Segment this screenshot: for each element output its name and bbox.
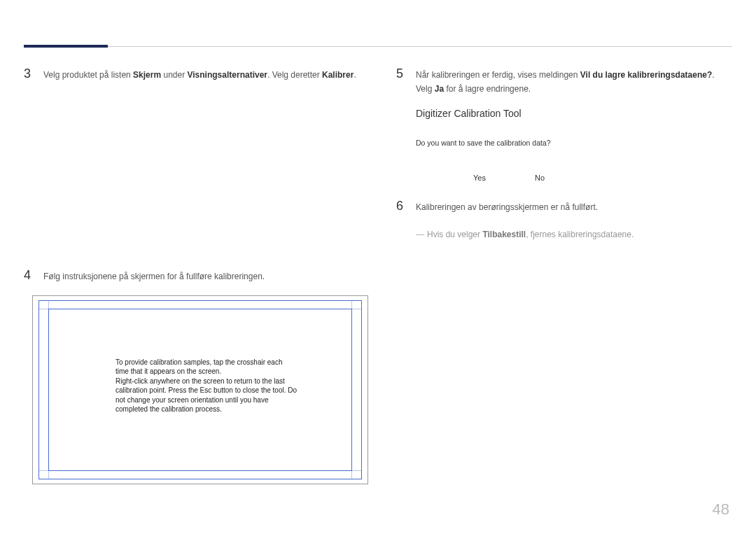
step-text: Velg produktet på listen Skjerm under Vi… xyxy=(43,66,356,82)
right-column: 5 Når kalibreringen er ferdig, vises mel… xyxy=(396,66,732,484)
bold: Skjerm xyxy=(133,70,161,80)
step-text: Kalibreringen av berøringsskjermen er nå… xyxy=(416,199,598,214)
step-5: 5 Når kalibreringen er ferdig, vises mel… xyxy=(396,66,732,97)
step-4: 4 Følg instruksjonene på skjermen for å … xyxy=(24,268,368,283)
header-divider xyxy=(24,46,732,47)
t: , fjernes kalibreringsdataene. xyxy=(526,230,634,239)
dialog-buttons: Yes No xyxy=(473,174,654,182)
note-dash-icon: ― xyxy=(416,228,424,241)
bold: Ja xyxy=(435,84,444,94)
t: Når kalibreringen er ferdig, vises meldi… xyxy=(416,70,580,80)
step-3: 3 Velg produktet på listen Skjerm under … xyxy=(24,66,368,82)
save-dialog: Digitizer Calibration Tool Do you want t… xyxy=(416,108,654,182)
calibration-screen-diagram: To provide calibration samples, tap the … xyxy=(32,295,368,484)
left-column: 3 Velg produktet på listen Skjerm under … xyxy=(24,66,368,484)
step-text: Følg instruksjonene på skjermen for å fu… xyxy=(43,268,265,283)
t: Velg produktet på listen xyxy=(43,70,133,80)
header-accent xyxy=(24,45,108,48)
footnote: ―Hvis du velger Tilbakestill, fjernes ka… xyxy=(416,228,732,241)
t: . xyxy=(354,70,356,80)
t: for å lagre endringene. xyxy=(444,84,531,94)
t: under xyxy=(161,70,187,80)
yes-button[interactable]: Yes xyxy=(473,174,486,182)
step-number: 6 xyxy=(396,199,405,214)
bold: Vil du lagre kalibreringsdataene? xyxy=(580,70,713,80)
step-text: Når kalibreringen er ferdig, vises meldi… xyxy=(416,66,732,97)
no-button[interactable]: No xyxy=(535,174,545,182)
columns: 3 Velg produktet på listen Skjerm under … xyxy=(24,66,732,484)
bold: Visningsalternativer xyxy=(187,70,267,80)
step-6: 6 Kalibreringen av berøringsskjermen er … xyxy=(396,199,732,214)
step-number: 4 xyxy=(24,268,32,283)
t: . Velg deretter xyxy=(267,70,322,80)
dialog-question: Do you want to save the calibration data… xyxy=(416,139,654,147)
bold: Kalibrer xyxy=(322,70,354,80)
step-number: 5 xyxy=(396,66,405,82)
t: Hvis du velger xyxy=(427,230,482,239)
page-number: 48 xyxy=(713,500,729,519)
bold: Tilbakestill xyxy=(482,230,526,239)
step-number: 3 xyxy=(24,66,32,82)
dialog-title: Digitizer Calibration Tool xyxy=(416,108,654,119)
calibration-instruction-text: To provide calibration samples, tap the … xyxy=(115,358,298,414)
